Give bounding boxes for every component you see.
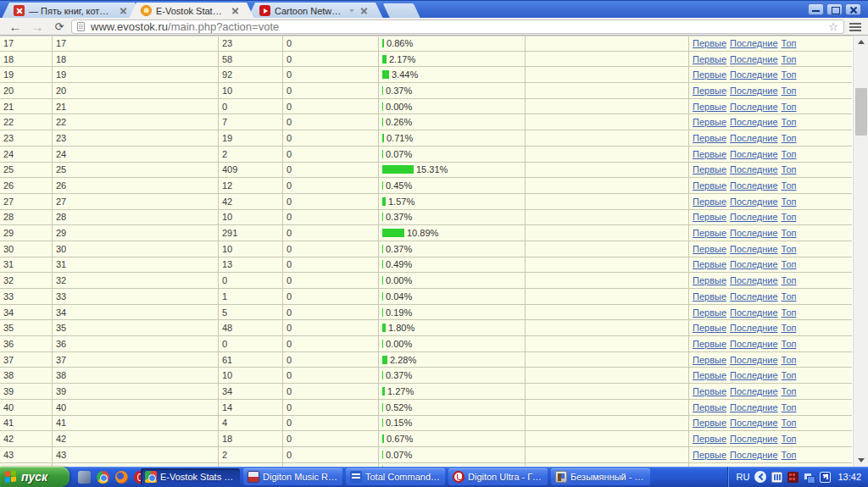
- link-poslednie[interactable]: Последние: [730, 180, 778, 191]
- link-pervye[interactable]: Первые: [693, 212, 726, 222]
- back-button[interactable]: ←: [5, 18, 25, 35]
- link-poslednie[interactable]: Последние: [730, 386, 778, 396]
- link-top[interactable]: Топ: [782, 149, 797, 159]
- window-close-button[interactable]: [845, 3, 861, 15]
- link-poslednie[interactable]: Последние: [730, 450, 778, 460]
- link-top[interactable]: Топ: [782, 164, 797, 174]
- link-pervye[interactable]: Первые: [693, 69, 726, 80]
- link-pervye[interactable]: Первые: [693, 164, 726, 174]
- tab-close-icon[interactable]: [231, 6, 241, 16]
- link-poslednie[interactable]: Последние: [730, 196, 778, 207]
- link-top[interactable]: Топ: [782, 402, 797, 412]
- link-poslednie[interactable]: Последние: [730, 355, 778, 365]
- link-pervye[interactable]: Первые: [693, 339, 726, 349]
- bookmark-star-icon[interactable]: ☆: [828, 20, 838, 33]
- link-pervye[interactable]: Первые: [693, 307, 726, 318]
- link-pervye[interactable]: Первые: [693, 196, 726, 207]
- link-poslednie[interactable]: Последние: [730, 164, 778, 174]
- taskbar-window-button[interactable]: Digiton Ultra - Главн...: [448, 468, 548, 485]
- reload-button[interactable]: ⟳: [49, 18, 70, 35]
- link-pervye[interactable]: Первые: [693, 418, 726, 428]
- link-top[interactable]: Топ: [782, 355, 797, 365]
- link-poslednie[interactable]: Последние: [730, 339, 778, 349]
- tab-close-icon[interactable]: [119, 6, 129, 16]
- quick-launch-app-icon[interactable]: [78, 471, 91, 484]
- link-top[interactable]: Топ: [782, 323, 797, 333]
- link-top[interactable]: Топ: [782, 244, 797, 254]
- link-top[interactable]: Топ: [782, 102, 797, 112]
- link-top[interactable]: Топ: [782, 69, 797, 80]
- link-top[interactable]: Топ: [782, 450, 797, 460]
- language-indicator[interactable]: RU: [737, 472, 750, 482]
- taskbar-window-button[interactable]: Безымянный - Paint: [551, 468, 650, 485]
- link-pervye[interactable]: Первые: [693, 244, 726, 254]
- tray-collapse-chevron-icon[interactable]: [754, 471, 766, 483]
- link-top[interactable]: Топ: [782, 434, 797, 444]
- window-minimize-button[interactable]: [808, 3, 824, 15]
- tray-remote-desktop-icon[interactable]: [820, 472, 831, 483]
- taskbar-window-button[interactable]: Total Commander 7.5...: [346, 468, 445, 485]
- link-top[interactable]: Топ: [782, 228, 797, 238]
- link-pervye[interactable]: Первые: [693, 450, 726, 460]
- taskbar-window-button[interactable]: Digiton Music Rotator: [243, 468, 342, 485]
- link-poslednie[interactable]: Последние: [730, 323, 778, 333]
- tray-audio-mixer-icon[interactable]: [771, 472, 782, 483]
- link-poslednie[interactable]: Последние: [730, 307, 778, 318]
- scroll-up-icon[interactable]: [854, 36, 868, 48]
- chrome-menu-icon[interactable]: [846, 20, 865, 34]
- link-poslednie[interactable]: Последние: [730, 69, 778, 80]
- link-pervye[interactable]: Первые: [693, 291, 726, 302]
- scroll-down-icon[interactable]: [854, 454, 868, 467]
- tab-close-icon[interactable]: [359, 6, 370, 16]
- browser-tab-active[interactable]: E-Vostok Stats Panel: [129, 3, 254, 19]
- link-poslednie[interactable]: Последние: [730, 212, 778, 222]
- link-top[interactable]: Топ: [782, 370, 797, 380]
- quick-launch-firefox-icon[interactable]: [115, 471, 128, 484]
- link-top[interactable]: Топ: [782, 418, 797, 428]
- quick-launch-chrome-icon[interactable]: [97, 471, 109, 484]
- new-tab-button[interactable]: [383, 3, 420, 19]
- link-poslednie[interactable]: Последние: [730, 228, 778, 238]
- link-top[interactable]: Топ: [782, 180, 797, 191]
- tray-task-grid-icon[interactable]: [787, 472, 798, 483]
- link-pervye[interactable]: Первые: [693, 259, 726, 269]
- link-pervye[interactable]: Первые: [693, 149, 726, 159]
- link-top[interactable]: Топ: [782, 307, 797, 318]
- link-top[interactable]: Топ: [782, 291, 797, 302]
- link-top[interactable]: Топ: [782, 339, 797, 349]
- link-pervye[interactable]: Первые: [693, 275, 726, 285]
- link-poslednie[interactable]: Последние: [730, 275, 778, 285]
- link-poslednie[interactable]: Последние: [730, 117, 778, 127]
- link-pervye[interactable]: Первые: [693, 370, 726, 380]
- window-restore-button[interactable]: [826, 3, 843, 15]
- link-top[interactable]: Топ: [782, 117, 797, 127]
- link-pervye[interactable]: Первые: [693, 355, 726, 365]
- link-pervye[interactable]: Первые: [693, 86, 726, 96]
- link-top[interactable]: Топ: [782, 86, 797, 96]
- browser-tab-3[interactable]: Cartoon Network Amazone: [248, 3, 383, 19]
- forward-button[interactable]: →: [27, 18, 47, 35]
- link-top[interactable]: Топ: [782, 386, 797, 396]
- link-poslednie[interactable]: Последние: [730, 102, 778, 112]
- link-pervye[interactable]: Первые: [693, 133, 726, 143]
- link-poslednie[interactable]: Последние: [730, 86, 778, 96]
- link-top[interactable]: Топ: [782, 133, 797, 143]
- link-poslednie[interactable]: Последние: [730, 54, 778, 64]
- link-top[interactable]: Топ: [782, 259, 797, 269]
- link-top[interactable]: Топ: [782, 212, 797, 222]
- link-poslednie[interactable]: Последние: [730, 418, 778, 428]
- start-button[interactable]: пуск: [0, 467, 70, 487]
- link-poslednie[interactable]: Последние: [730, 370, 778, 380]
- link-poslednie[interactable]: Последние: [730, 133, 778, 143]
- link-pervye[interactable]: Первые: [693, 434, 726, 444]
- tray-network-icon[interactable]: [804, 472, 815, 483]
- link-pervye[interactable]: Первые: [693, 38, 726, 48]
- link-pervye[interactable]: Первые: [693, 117, 726, 127]
- scrollbar-thumb[interactable]: [855, 88, 867, 136]
- link-pervye[interactable]: Первые: [693, 402, 726, 412]
- link-pervye[interactable]: Первые: [693, 323, 726, 333]
- link-pervye[interactable]: Первые: [693, 228, 726, 238]
- link-pervye[interactable]: Первые: [693, 102, 726, 112]
- link-pervye[interactable]: Первые: [693, 386, 726, 396]
- link-poslednie[interactable]: Последние: [730, 291, 778, 302]
